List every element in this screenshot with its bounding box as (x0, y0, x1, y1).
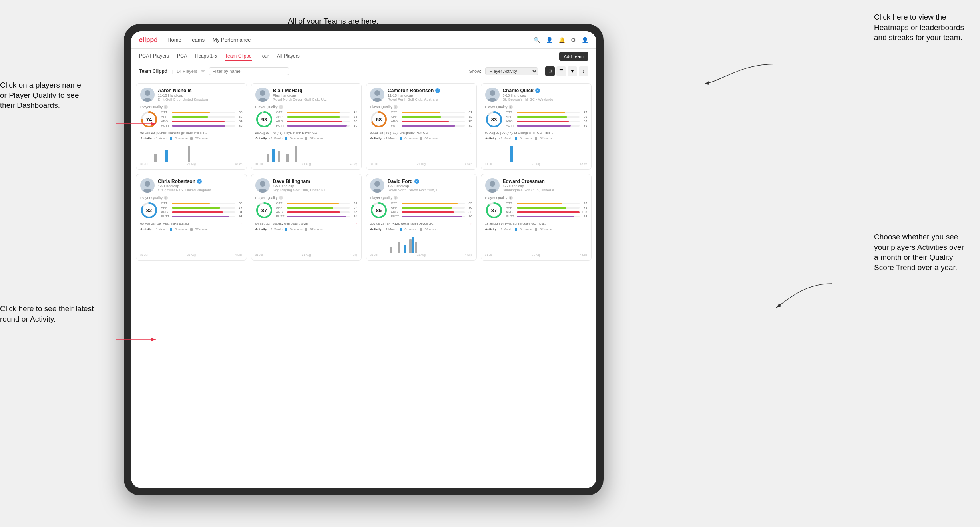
annotation-activity: Choose whether you see your players Acti… (874, 232, 964, 273)
player-card[interactable]: Edward Crossman 1-5 Handicap Sunningdale… (481, 174, 592, 261)
activity-period[interactable]: · 1 Month (499, 227, 512, 231)
activity-period[interactable]: · 1 Month (154, 227, 167, 231)
stat-bar-bg (402, 207, 465, 209)
activity-period[interactable]: · 1 Month (384, 227, 397, 231)
off-course-dot (535, 137, 537, 140)
player-card[interactable]: Cameron Robertson ✓ 11-15 Handicap Royal… (366, 83, 477, 170)
sort-icon[interactable]: ↕ (579, 66, 588, 76)
add-team-button[interactable]: Add Team (559, 52, 588, 61)
activity-section: Activity · 1 Month On course Off course … (370, 137, 472, 165)
sub-nav-team-clippd[interactable]: Team Clippd (225, 52, 252, 61)
stat-bar-bg (402, 211, 465, 213)
quality-circle[interactable]: 82 (140, 201, 158, 219)
stat-row: PUTT 96 (391, 215, 472, 218)
player-card[interactable]: Dave Billingham 1-5 Handicap Sog Maging … (251, 174, 362, 261)
activity-header: Activity · 1 Month On course Off course (140, 227, 243, 231)
quality-circle[interactable]: 68 (370, 111, 388, 128)
latest-round[interactable]: 04 Sep 23 | Mobility with coach, Gym → (255, 221, 358, 226)
filter-input[interactable] (209, 67, 289, 75)
view-icons: ⊞ ☰ ▼ ↕ (545, 66, 588, 76)
stat-label: APP (161, 115, 171, 119)
search-icon[interactable]: 🔍 (534, 37, 540, 43)
on-course-dot (515, 228, 517, 231)
stat-row: OTT 77 (506, 111, 588, 114)
info-icon: i (164, 105, 168, 109)
player-club: Craigmillar Park, United Kingdom (158, 188, 214, 192)
activity-title: Activity (485, 137, 497, 140)
nav-teams[interactable]: Teams (189, 35, 205, 44)
latest-round[interactable]: 26 Aug 23 | 73 (+1), Royal North Devon G… (255, 131, 358, 135)
stat-row: ARG 83 (391, 210, 472, 214)
edit-icon[interactable]: ✏ (201, 68, 205, 74)
nav-home[interactable]: Home (167, 35, 181, 44)
quality-circle[interactable]: 87 (485, 201, 503, 219)
activity-legend: On course Off course (285, 228, 323, 231)
quality-circle[interactable]: 93 (255, 111, 273, 128)
stat-value: 80 (466, 206, 472, 209)
stat-label: PUTT (161, 124, 171, 127)
player-header: Dave Billingham 1-5 Handicap Sog Maging … (255, 178, 358, 193)
grid-view-icon[interactable]: ⊞ (545, 66, 555, 76)
player-handicap: 1-5 Handicap (273, 184, 358, 188)
player-avatar (255, 88, 270, 102)
latest-round[interactable]: 02 Sep 23 | Sunset round to get back int… (140, 131, 243, 135)
quality-circle[interactable]: 85 (370, 201, 388, 219)
ipad-screen: clippd Home Teams My Performance 🔍 👤 🔔 ⚙… (131, 31, 596, 488)
stat-bar-bg (287, 207, 350, 209)
player-card[interactable]: Aaron Nicholls 11-15 Handicap Drift Golf… (136, 83, 247, 170)
stat-label: ARG (506, 119, 516, 123)
sub-nav-pga[interactable]: PGA (177, 52, 187, 61)
players-grid: Aaron Nicholls 11-15 Handicap Drift Golf… (131, 78, 596, 488)
latest-round[interactable]: 02 Jul 23 | 59 (+17), Craigmillar Park G… (370, 131, 472, 135)
stat-row: ARG 85 (276, 210, 358, 214)
activity-title: Activity (140, 227, 152, 231)
quality-circle[interactable]: 87 (255, 201, 273, 219)
activity-period[interactable]: · 1 Month (154, 137, 167, 140)
stat-row: APP 77 (161, 206, 243, 209)
stat-bar-bg (172, 216, 235, 217)
activity-legend: On course Off course (170, 228, 207, 231)
pq-stats: OTT 60 APP 77 ARG 81 PUTT 9 (161, 201, 243, 219)
sub-nav-tour[interactable]: Tour (260, 52, 269, 61)
player-card[interactable]: David Ford ✓ 1-5 Handicap Royal North De… (366, 174, 477, 261)
chart-date-mid: 21 Aug (302, 163, 311, 165)
stat-bar-bg (402, 203, 465, 204)
stat-bar-fill (402, 125, 455, 127)
latest-round[interactable]: 18 Jul 23 | 74 (+4), Sunningdale GC - Ol… (485, 221, 588, 226)
quality-circle[interactable]: 74 (140, 111, 158, 128)
avatar-icon[interactable]: 👤 (582, 37, 588, 43)
off-course-dot (190, 137, 193, 140)
activity-period[interactable]: · 1 Month (269, 137, 282, 140)
nav-performance[interactable]: My Performance (213, 35, 251, 44)
chart-dates: 31 Jul 21 Aug 4 Sep (485, 253, 588, 256)
list-view-icon[interactable]: ☰ (556, 66, 566, 76)
player-avatar (485, 88, 500, 102)
activity-period[interactable]: · 1 Month (269, 227, 282, 231)
stat-row: OTT 60 (161, 111, 243, 114)
latest-round[interactable]: 05 Mar 23 | 19, Must make putting → (140, 221, 243, 226)
user-icon[interactable]: 👤 (546, 37, 553, 43)
stat-row: ARG 84 (161, 119, 243, 123)
settings-icon[interactable]: ⚙ (571, 37, 576, 43)
latest-round[interactable]: 26 Aug 23 | 84 (+12), Royal North Devon … (370, 221, 472, 226)
player-header: Aaron Nicholls 11-15 Handicap Drift Golf… (140, 88, 243, 102)
player-quality-section: Player Quality i 87 OTT 73 APP 79 (485, 196, 588, 219)
player-card[interactable]: Charlie Quick ✓ 6-10 Handicap St. George… (481, 83, 592, 170)
quality-circle[interactable]: 83 (485, 111, 503, 128)
show-select[interactable]: Player Activity Quality Score Trend (485, 67, 538, 75)
svg-text:68: 68 (376, 117, 382, 123)
sub-nav-hcaps[interactable]: Hcaps 1-5 (195, 52, 217, 61)
player-card[interactable]: Chris Robertson ✓ 1-5 Handicap Craigmill… (136, 174, 247, 261)
latest-round[interactable]: 07 Aug 23 | 77 (+7), St George's Hill GC… (485, 131, 588, 135)
activity-period[interactable]: · 1 Month (499, 137, 512, 140)
activity-period[interactable]: · 1 Month (384, 137, 397, 140)
stat-bar-fill (172, 125, 225, 127)
sub-nav-pgat[interactable]: PGAT Players (139, 52, 169, 61)
bell-icon[interactable]: 🔔 (558, 37, 565, 43)
sub-nav-all-players[interactable]: All Players (277, 52, 300, 61)
stat-label: APP (391, 115, 400, 119)
stat-bar-bg (172, 211, 235, 213)
stat-bar-fill (172, 211, 223, 213)
player-card[interactable]: Blair McHarg Plus Handicap Royal North D… (251, 83, 362, 170)
filter-icon[interactable]: ▼ (568, 66, 577, 76)
